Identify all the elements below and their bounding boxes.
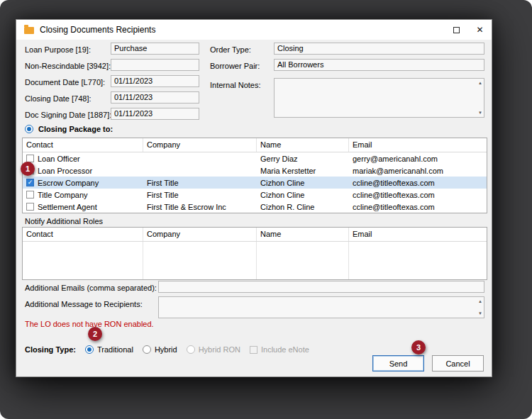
- column-header-contact[interactable]: Contact: [23, 138, 143, 152]
- maximize-icon: [453, 27, 460, 33]
- contact-label: Title Company: [38, 191, 88, 199]
- column-header-company[interactable]: Company: [143, 138, 257, 152]
- email-cell: ccline@titleoftexas.com: [349, 203, 487, 211]
- table-header: Contact Company Name Email: [23, 138, 487, 152]
- checkbox-include-enote[interactable]: Include eNote: [250, 345, 309, 354]
- radio-option-traditional[interactable]: Traditional: [85, 345, 133, 354]
- annotation-badge-1: 1: [21, 162, 35, 176]
- checkbox-icon: [250, 346, 257, 354]
- folder-icon: [24, 27, 34, 34]
- additional-message-label: Additional Message to Recipients:: [25, 300, 143, 308]
- option-label: Traditional: [97, 345, 133, 354]
- internal-notes-label: Internal Notes:: [210, 81, 261, 89]
- name-cell: Maria Kerstetter: [257, 167, 349, 175]
- email-cell: mariak@americanahl.com: [349, 167, 487, 175]
- closing-package-radio-row[interactable]: Closing Package to:: [25, 125, 113, 133]
- doc-signing-date-field[interactable]: 01/11/2023: [111, 108, 199, 120]
- window-controls: ✕: [445, 20, 492, 40]
- name-cell: Gerry Diaz: [257, 155, 349, 163]
- option-label: Include eNote: [261, 345, 309, 354]
- contact-label: Settlement Agent: [38, 203, 97, 211]
- column-header-contact[interactable]: Contact: [23, 228, 143, 241]
- name-cell: Cizhon Cline: [257, 179, 349, 187]
- column-header-company[interactable]: Company: [143, 228, 257, 241]
- internal-notes-field[interactable]: ▲ ▼: [274, 78, 484, 118]
- option-label: Hybrid RON: [199, 345, 240, 354]
- radio-icon: [25, 125, 33, 133]
- scroll-up-icon[interactable]: ▲: [478, 81, 482, 85]
- scroll-up-icon[interactable]: ▲: [478, 299, 482, 303]
- contact-label: Loan Officer: [38, 155, 80, 163]
- recipient-row-loan-officer[interactable]: Loan Officer Gerry Diaz gerry@americanah…: [23, 152, 487, 164]
- radio-icon: [85, 345, 94, 354]
- screenshot-stage: Closing Documents Recipients ✕ Loan Purp…: [0, 0, 532, 419]
- notify-roles-table: Contact Company Name Email: [22, 227, 487, 280]
- document-date-label: Document Date [L770]:: [25, 78, 105, 86]
- email-cell: ccline@titleoftexas.com: [349, 191, 487, 199]
- column-header-name[interactable]: Name: [257, 138, 349, 152]
- borrower-pair-field[interactable]: All Borrowers: [274, 59, 484, 71]
- recipient-checkbox[interactable]: [26, 203, 34, 211]
- order-type-label: Order Type:: [210, 45, 251, 54]
- recipient-row-escrow-company[interactable]: Escrow Company First Title Cizhon Cline …: [23, 177, 487, 189]
- name-cell: Cizhon Cline: [257, 191, 349, 199]
- recipient-row-settlement-agent[interactable]: Settlement Agent First Title & Escrow In…: [23, 201, 487, 213]
- recipient-checkbox[interactable]: [26, 179, 34, 186]
- scroll-down-icon[interactable]: ▼: [478, 311, 482, 315]
- recipient-row-title-company[interactable]: Title Company First Title Cizhon Cline c…: [23, 189, 487, 201]
- scroll-down-icon[interactable]: ▼: [478, 111, 482, 115]
- radio-option-hybrid-ron[interactable]: Hybrid RON: [187, 345, 240, 354]
- radio-icon: [187, 345, 195, 354]
- close-button[interactable]: ✕: [468, 20, 492, 40]
- order-type-field[interactable]: Closing: [274, 43, 484, 55]
- closing-type-label: Closing Type:: [25, 345, 76, 354]
- radio-icon: [143, 345, 151, 354]
- option-label: Hybrid: [155, 345, 177, 354]
- borrower-pair-label: Borrower Pair:: [210, 62, 260, 70]
- name-cell: Cizhon R. Cline: [257, 203, 349, 211]
- window-title: Closing Documents Recipients: [40, 25, 155, 35]
- maximize-button[interactable]: [445, 20, 468, 40]
- email-cell: gerry@americanahl.com: [349, 155, 487, 163]
- doc-signing-date-label: Doc Signing Date [1887]:: [25, 111, 111, 119]
- annotation-badge-3: 3: [411, 340, 426, 354]
- column-header-email[interactable]: Email: [349, 228, 487, 241]
- close-icon: ✕: [476, 25, 483, 35]
- send-button[interactable]: Send: [372, 355, 424, 371]
- table-header: Contact Company Name Email: [23, 228, 487, 242]
- additional-message-input[interactable]: ▲ ▼: [158, 296, 484, 318]
- loan-purpose-field[interactable]: Purchase: [111, 43, 199, 55]
- radio-option-hybrid[interactable]: Hybrid: [143, 345, 177, 354]
- recipients-table: Contact Company Name Email Loan Officer …: [22, 138, 487, 213]
- non-rescindable-label: Non-Rescindable [3942]:: [25, 62, 111, 70]
- contact-label: Loan Processor: [38, 167, 92, 175]
- column-header-name[interactable]: Name: [257, 228, 349, 241]
- non-rescindable-field[interactable]: [111, 59, 199, 71]
- title-bar[interactable]: Closing Documents Recipients ✕: [16, 20, 492, 40]
- recipient-checkbox[interactable]: [26, 191, 34, 199]
- document-date-field[interactable]: 01/11/2023: [111, 75, 199, 87]
- additional-emails-input[interactable]: [158, 281, 484, 293]
- cancel-button[interactable]: Cancel: [432, 355, 484, 371]
- empty-table-body: [23, 242, 487, 279]
- annotation-badge-2: 2: [88, 327, 102, 341]
- closing-date-label: Closing Date [748]:: [25, 94, 92, 103]
- company-cell: First Title & Escrow Inc: [143, 203, 257, 211]
- recipient-row-loan-processor[interactable]: Loan Processor Maria Kerstetter mariak@a…: [23, 164, 487, 177]
- email-cell: ccline@titleoftexas.com: [349, 179, 487, 187]
- dialog-closing-documents-recipients: Closing Documents Recipients ✕ Loan Purp…: [16, 19, 492, 377]
- additional-emails-label: Additional Emails (comma separated):: [25, 284, 157, 292]
- company-cell: First Title: [143, 179, 257, 187]
- contact-label: Escrow Company: [38, 179, 99, 187]
- closing-date-field[interactable]: 01/11/2023: [111, 91, 199, 104]
- closing-type-row: Closing Type: Traditional Hybrid Hybrid …: [25, 345, 309, 354]
- loan-purpose-label: Loan Purpose [19]:: [25, 45, 91, 54]
- notify-additional-roles-label: Notify Additional Roles: [25, 217, 103, 225]
- column-header-email[interactable]: Email: [349, 138, 487, 152]
- closing-package-label: Closing Package to:: [38, 125, 113, 133]
- company-cell: First Title: [143, 191, 257, 199]
- ron-warning-text: The LO does not have RON enabled.: [25, 320, 154, 328]
